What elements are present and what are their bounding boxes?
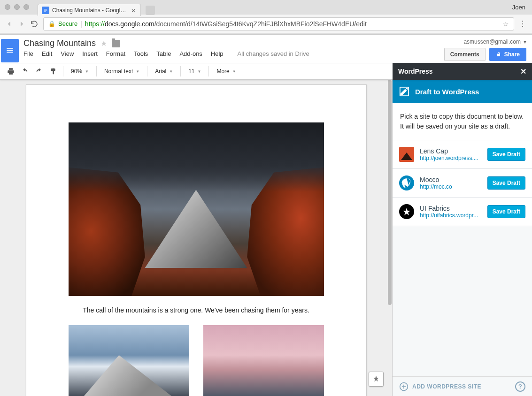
lock-share-icon [496, 52, 501, 57]
svg-rect-2 [44, 11, 46, 11]
account-email[interactable]: asmussen@gmail.com ▾ [463, 38, 526, 45]
browser-tab[interactable]: Chasing Mountains - Google D ✕ [38, 4, 141, 16]
site-icon-mocco [399, 175, 414, 190]
menu-addons[interactable]: Add-ons [179, 50, 202, 57]
site-item-mocco: Mocco http://moc.co Save Draft [393, 169, 532, 198]
menu-table[interactable]: Table [156, 50, 171, 57]
new-tab-button[interactable] [146, 6, 155, 15]
site-item-lenscap: Lens Cap http://joen.wordpress.... Save … [393, 140, 532, 169]
more-dropdown[interactable]: More▼ [213, 65, 239, 77]
url-secure-label: Secure [58, 20, 77, 27]
zoom-dropdown[interactable]: 90%▼ [67, 65, 93, 77]
site-url[interactable]: http://uifabrics.wordpr... [420, 212, 482, 219]
bookmark-star-icon[interactable]: ☆ [503, 20, 509, 28]
site-icon-lenscap [399, 147, 414, 162]
tab-close-icon[interactable]: ✕ [131, 8, 137, 13]
window-close-button[interactable] [5, 4, 10, 10]
docs-menubar: File Edit View Insert Format Tools Table… [23, 50, 440, 57]
reload-button[interactable] [30, 20, 39, 28]
site-item-uifabrics: UI Fabrics http://uifabrics.wordpr... Sa… [393, 198, 532, 226]
url-text: https://docs.google.com/document/d/14tWG… [85, 20, 367, 28]
site-url[interactable]: http://moc.co [420, 183, 482, 190]
docs-logo[interactable] [0, 38, 20, 64]
hero-image[interactable] [69, 122, 324, 296]
menu-insert[interactable]: Insert [82, 50, 98, 57]
share-button[interactable]: Share [489, 48, 526, 61]
comments-button[interactable]: Comments [444, 48, 486, 61]
browser-menu-icon[interactable]: ⋮ [519, 19, 526, 28]
main-area: The call of the mountains is a strong on… [0, 80, 532, 396]
menu-edit[interactable]: Edit [42, 50, 52, 57]
window-zoom-button[interactable] [23, 4, 29, 10]
menu-tools[interactable]: Tools [134, 50, 148, 57]
docs-header: Chasing Mountains ★ File Edit View Inser… [0, 35, 532, 63]
explore-button[interactable] [369, 372, 384, 387]
redo-icon[interactable] [33, 65, 45, 77]
addon-panel-title-bar: Draft to WordPress [393, 80, 532, 103]
window-minimize-button[interactable] [14, 4, 20, 10]
lock-icon: 🔒 [48, 21, 55, 27]
site-name: Mocco [420, 176, 482, 183]
document-page: The call of the mountains is a strong on… [26, 84, 367, 396]
addon-header: WordPress ✕ [393, 63, 532, 80]
browser-chrome: Chasing Mountains - Google D ✕ Joen 🔒 Se… [0, 0, 532, 35]
scrollbar-thumb[interactable] [388, 80, 392, 305]
thumbnail-image-1[interactable] [69, 325, 189, 396]
help-icon[interactable]: ? [515, 381, 525, 392]
tab-title: Chasing Mountains - Google D [52, 7, 128, 14]
scrollbar-track[interactable] [387, 80, 392, 396]
font-dropdown[interactable]: Arial▼ [151, 65, 177, 77]
svg-rect-1 [44, 10, 47, 10]
menu-help[interactable]: Help [211, 50, 224, 57]
move-folder-icon[interactable] [112, 40, 120, 47]
menu-file[interactable]: File [23, 50, 33, 57]
addon-header-title: WordPress [398, 68, 433, 75]
add-wordpress-site-button[interactable]: ADD WORDPRESS SITE [399, 382, 481, 391]
addon-instructions: Pick a site to copy this document to bel… [393, 103, 532, 140]
thumbnail-row [69, 325, 324, 396]
traffic-lights [5, 4, 29, 10]
url-bar[interactable]: 🔒 Secure | https://docs.google.com/docum… [43, 17, 514, 30]
urlbar-row: 🔒 Secure | https://docs.google.com/docum… [0, 14, 532, 33]
addon-close-icon[interactable]: ✕ [520, 67, 526, 76]
browser-profile-name[interactable]: Joen [512, 4, 525, 11]
document-title[interactable]: Chasing Mountains [23, 38, 96, 48]
account-caret-icon: ▾ [524, 38, 526, 45]
titlebar: Chasing Mountains - Google D ✕ Joen [0, 0, 532, 14]
addon-footer: ADD WORDPRESS SITE ? [393, 376, 532, 396]
svg-rect-5 [7, 52, 13, 53]
svg-rect-3 [7, 48, 13, 49]
svg-rect-4 [7, 50, 13, 51]
site-name: UI Fabrics [420, 205, 482, 212]
edit-icon [399, 86, 409, 97]
star-document-icon[interactable]: ★ [100, 39, 107, 48]
fontsize-dropdown[interactable]: 11▼ [185, 65, 205, 77]
forward-button[interactable] [18, 20, 25, 28]
save-draft-button[interactable]: Save Draft [487, 205, 525, 218]
svg-rect-0 [44, 9, 47, 9]
site-list: Lens Cap http://joen.wordpress.... Save … [393, 140, 532, 376]
save-draft-button[interactable]: Save Draft [487, 176, 525, 190]
print-icon[interactable] [5, 65, 17, 77]
style-dropdown[interactable]: Normal text▼ [100, 65, 143, 77]
back-button[interactable] [6, 20, 13, 28]
paint-format-icon[interactable] [47, 65, 59, 77]
plus-circle-icon [399, 382, 409, 391]
document-caption[interactable]: The call of the mountains is a strong on… [69, 306, 324, 314]
addon-sidebar: WordPress ✕ Draft to WordPress Pick a si… [392, 80, 532, 396]
menu-format[interactable]: Format [106, 50, 125, 57]
menu-view[interactable]: View [61, 50, 74, 57]
save-draft-button[interactable]: Save Draft [487, 148, 525, 161]
save-status: All changes saved in Drive [238, 50, 309, 57]
site-name: Lens Cap [420, 147, 482, 155]
undo-icon[interactable] [19, 65, 31, 77]
docs-favicon-icon [42, 7, 49, 14]
site-icon-uifabrics [399, 204, 414, 219]
addon-panel-title: Draft to WordPress [415, 88, 479, 96]
document-canvas[interactable]: The call of the mountains is a strong on… [0, 80, 392, 396]
site-url[interactable]: http://joen.wordpress.... [420, 155, 482, 161]
thumbnail-image-2[interactable] [203, 325, 324, 396]
